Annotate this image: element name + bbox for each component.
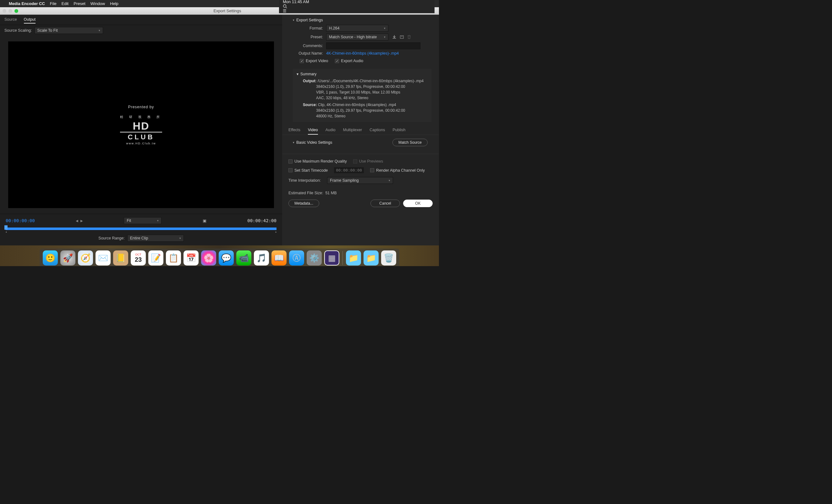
menu-preset[interactable]: Preset	[74, 1, 85, 6]
svg-point-0	[283, 4, 286, 7]
time-interp-label: Time Interpolation:	[288, 178, 321, 183]
ok-button[interactable]: OK	[403, 200, 433, 207]
match-source-button[interactable]: Match Source	[392, 139, 427, 146]
tab-captions[interactable]: Captions	[369, 128, 385, 135]
save-preset-icon[interactable]	[392, 35, 396, 39]
photos-icon[interactable]: 🌸	[201, 250, 216, 265]
render-alpha-checkbox[interactable]: Render Alpha Channel Only	[370, 168, 425, 173]
chevron-down-icon: ▾	[157, 219, 159, 222]
output-name-link[interactable]: 4K-Chimei-inn-60mbps (4ksamples)-.mp4	[326, 51, 399, 56]
calendar-icon[interactable]: OCT23	[131, 250, 146, 265]
tab-video[interactable]: Video	[308, 128, 318, 135]
zoom-window-button[interactable]	[15, 9, 18, 13]
comments-label: Comments:	[293, 44, 323, 48]
contacts-icon[interactable]: 📒	[113, 250, 128, 265]
tab-multiplexer[interactable]: Multiplexer	[343, 128, 362, 135]
summary-output-bitrate: VBR, 1 pass, Target 10.00 Mbps, Max 12.0…	[296, 89, 427, 95]
system-preferences-icon[interactable]: ⚙️	[307, 250, 322, 265]
safari-icon[interactable]: 🧭	[78, 250, 93, 265]
summary-output-path: /Users/.../Documents/4K-Chimei-inn-60mbp…	[318, 79, 423, 83]
format-label: Format:	[293, 26, 323, 30]
import-preset-icon[interactable]	[400, 35, 404, 39]
finder-icon[interactable]: 🙂	[43, 250, 58, 265]
dock-separator	[342, 251, 343, 265]
summary-output-audio: AAC, 320 kbps, 48 kHz, Stereo	[296, 95, 427, 101]
mail-icon[interactable]: ✉️	[96, 250, 111, 265]
source-scaling-dropdown[interactable]: Scale To Fit ▾	[34, 27, 103, 34]
tab-audio[interactable]: Audio	[326, 128, 336, 135]
set-start-timecode-checkbox[interactable]: Set Start Timecode	[288, 168, 328, 173]
preset-label: Preset:	[293, 35, 323, 39]
messages-icon[interactable]: 💬	[219, 250, 234, 265]
menu-file[interactable]: File	[50, 1, 56, 6]
close-window-button[interactable]	[2, 9, 6, 13]
tab-publish[interactable]: Publish	[393, 128, 406, 135]
use-max-quality-label: Use Maximum Render Quality	[294, 159, 347, 164]
cancel-button[interactable]: Cancel	[370, 200, 400, 207]
menu-list-icon[interactable]: ☰	[283, 8, 435, 13]
source-range-label: Source Range:	[98, 236, 124, 241]
aspect-ratio-button[interactable]: ▣	[203, 218, 206, 223]
time-interp-dropdown[interactable]: Frame Sampling ▾	[327, 177, 393, 184]
trash-icon[interactable]: 🗑️	[381, 250, 396, 265]
itunes-icon[interactable]: 🎵	[254, 250, 269, 265]
reminders-icon[interactable]: 📋	[166, 250, 181, 265]
summary-source-video: 3840x2160 (1.0), 29.97 fps, Progressive,…	[296, 108, 427, 113]
ibooks-icon[interactable]: 📖	[271, 250, 287, 265]
minimize-window-button[interactable]	[8, 9, 12, 13]
menu-help[interactable]: Help	[110, 1, 119, 6]
comments-input[interactable]	[326, 43, 420, 49]
summary-source-audio: 48000 Hz, Stereo	[296, 113, 427, 119]
applications-folder-icon[interactable]: 📁	[346, 250, 361, 265]
svg-line-1	[286, 7, 287, 8]
menu-edit[interactable]: Edit	[61, 1, 69, 6]
downloads-folder-icon[interactable]: 📁	[364, 250, 379, 265]
zoom-value: Fit	[127, 218, 131, 223]
source-range-value: Entire Clip	[130, 236, 148, 241]
calendar-app-icon[interactable]: 📅	[183, 250, 199, 265]
media-encoder-icon[interactable]: ▦	[324, 250, 339, 265]
timeline-scrubber[interactable]: ▴ ▴	[6, 226, 277, 232]
summary-output-video: 3840x2160 (1.0), 29.97 fps, Progressive,…	[296, 84, 427, 89]
spotlight-icon[interactable]	[283, 4, 435, 8]
next-frame-button[interactable]: ▶	[80, 219, 83, 223]
export-audio-checkbox[interactable]: ✓ Export Audio	[335, 59, 363, 63]
use-previews-checkbox: Use Previews	[353, 159, 383, 164]
format-dropdown[interactable]: H.264 ▾	[326, 25, 388, 32]
playhead[interactable]	[4, 225, 7, 230]
start-timecode-value[interactable]: 00:00:00:00	[334, 167, 364, 173]
source-range-dropdown[interactable]: Entire Clip ▾	[127, 235, 184, 242]
preview-presented-by: Presented by	[128, 105, 154, 109]
launchpad-icon[interactable]: 🚀	[60, 250, 75, 265]
use-max-quality-checkbox[interactable]: Use Maximum Render Quality	[288, 159, 347, 164]
prev-frame-button[interactable]: ◀	[76, 219, 78, 223]
export-settings-header[interactable]: ▾ Export Settings	[293, 18, 432, 22]
menu-window[interactable]: Window	[90, 1, 105, 6]
settings-tabs: Effects Video Audio Multiplexer Captions…	[282, 125, 439, 135]
output-name-label: Output Name:	[293, 51, 323, 56]
menubar-clock[interactable]: Mon 11:45 AM	[283, 0, 435, 4]
tab-effects[interactable]: Effects	[288, 128, 301, 135]
metadata-button[interactable]: Metadata...	[288, 200, 319, 207]
twirl-down-icon: ▾	[296, 72, 298, 76]
delete-preset-icon[interactable]	[407, 35, 411, 39]
facetime-icon[interactable]: 📹	[236, 250, 251, 265]
tab-output[interactable]: Output	[24, 17, 36, 24]
macos-menubar: Media Encoder CC File Edit Preset Window…	[0, 0, 439, 7]
basic-video-header[interactable]: ▾ Basic Video Settings	[293, 140, 332, 145]
tab-source[interactable]: Source	[4, 17, 17, 24]
source-scaling-value: Scale To Fit	[37, 28, 58, 33]
app-name[interactable]: Media Encoder CC	[9, 1, 45, 6]
chevron-down-icon: ▾	[384, 27, 386, 30]
export-video-checkbox[interactable]: ✓ Export Video	[300, 59, 328, 63]
use-previews-label: Use Previews	[359, 159, 383, 164]
timecode-start[interactable]: 00:00:00:00	[6, 218, 35, 223]
summary-section: ▾ Summary Output: /Users/.../Documents/4…	[293, 69, 432, 122]
timecode-end: 00:00:42:00	[247, 218, 277, 223]
appstore-icon[interactable]: Ⓐ	[289, 250, 304, 265]
zoom-dropdown[interactable]: Fit ▾	[124, 217, 161, 224]
notes-icon[interactable]: 📝	[148, 250, 163, 265]
preset-dropdown[interactable]: Match Source - High bitrate ▾	[326, 34, 388, 40]
summary-header[interactable]: ▾ Summary	[296, 72, 427, 76]
export-video-label: Export Video	[306, 59, 328, 63]
